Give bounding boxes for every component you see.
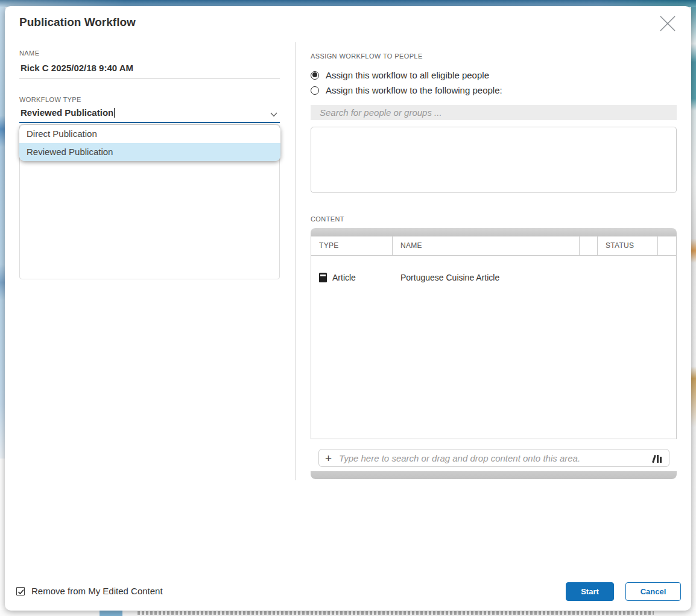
background-blurred-text bbox=[138, 611, 654, 615]
text-cursor bbox=[114, 108, 115, 118]
radio-assign-following-label: Assign this workflow to the following pe… bbox=[326, 85, 502, 95]
name-label: NAME bbox=[19, 49, 39, 57]
checkbox-checked-icon[interactable] bbox=[16, 587, 25, 595]
remove-from-edited-checkbox-row[interactable]: Remove from My Edited Content bbox=[16, 586, 163, 596]
row-type-label: Article bbox=[332, 273, 356, 282]
remove-from-edited-label: Remove from My Edited Content bbox=[31, 586, 163, 596]
table-header-type[interactable]: TYPE bbox=[311, 237, 393, 255]
table-header-name[interactable]: NAME bbox=[393, 237, 580, 255]
dropdown-option-reviewed-publication[interactable]: Reviewed Publication bbox=[19, 143, 280, 161]
add-content-bar[interactable]: + bbox=[318, 449, 669, 467]
table-header-status[interactable]: STATUS bbox=[598, 237, 658, 255]
radio-assign-following[interactable]: Assign this workflow to the following pe… bbox=[311, 85, 502, 95]
publication-workflow-dialog: Publication Workflow NAME WORKFLOW TYPE … bbox=[5, 6, 691, 611]
row-empty-cell-last bbox=[658, 273, 676, 282]
name-input[interactable] bbox=[19, 62, 280, 78]
table-header-empty bbox=[580, 237, 598, 255]
assign-workflow-label: ASSIGN WORKFLOW TO PEOPLE bbox=[311, 52, 423, 60]
row-status-label bbox=[598, 273, 658, 282]
workflow-type-dropdown: Direct Publication Reviewed Publication bbox=[19, 125, 280, 161]
content-table-header: TYPE NAME STATUS bbox=[311, 236, 677, 256]
pane-divider bbox=[296, 42, 296, 480]
content-grid-bottom-scrollbar[interactable] bbox=[311, 471, 677, 479]
content-table-body: Article Portuguese Cuisine Article bbox=[311, 256, 677, 439]
close-icon[interactable] bbox=[657, 13, 678, 34]
workflow-type-value: Reviewed Publication bbox=[21, 107, 113, 118]
chevron-down-icon[interactable] bbox=[270, 112, 277, 117]
row-empty-cell bbox=[580, 273, 598, 282]
content-grid-top-scrollbar[interactable] bbox=[311, 228, 677, 236]
plus-icon: + bbox=[325, 452, 332, 464]
workflow-type-combobox[interactable]: Reviewed Publication bbox=[19, 107, 280, 123]
start-button[interactable]: Start bbox=[566, 582, 614, 601]
article-icon bbox=[319, 273, 327, 282]
content-add-area: + bbox=[311, 439, 677, 471]
radio-assign-all[interactable]: Assign this workflow to all eligible peo… bbox=[311, 70, 489, 80]
radio-unselected-icon bbox=[311, 86, 319, 95]
people-search-input[interactable] bbox=[311, 105, 677, 120]
background-page-bottom-strip bbox=[0, 610, 696, 616]
selected-people-list bbox=[311, 127, 677, 193]
browse-library-icon[interactable] bbox=[652, 454, 663, 463]
background-blue-block bbox=[100, 611, 122, 616]
background-page-right-strip bbox=[691, 7, 696, 616]
cancel-button[interactable]: Cancel bbox=[625, 582, 681, 601]
row-name-label: Portuguese Cuisine Article bbox=[393, 273, 580, 282]
radio-selected-icon bbox=[311, 71, 319, 80]
add-content-input[interactable] bbox=[339, 453, 652, 463]
radio-assign-all-label: Assign this workflow to all eligible peo… bbox=[326, 70, 489, 80]
content-label: CONTENT bbox=[311, 215, 344, 223]
table-row[interactable]: Article Portuguese Cuisine Article bbox=[311, 273, 676, 282]
dialog-title: Publication Workflow bbox=[19, 16, 136, 29]
screen: Publication Workflow NAME WORKFLOW TYPE … bbox=[0, 0, 696, 616]
dropdown-option-direct-publication[interactable]: Direct Publication bbox=[19, 125, 280, 143]
workflow-type-label: WORKFLOW TYPE bbox=[19, 96, 81, 103]
table-header-empty-last bbox=[658, 237, 676, 255]
